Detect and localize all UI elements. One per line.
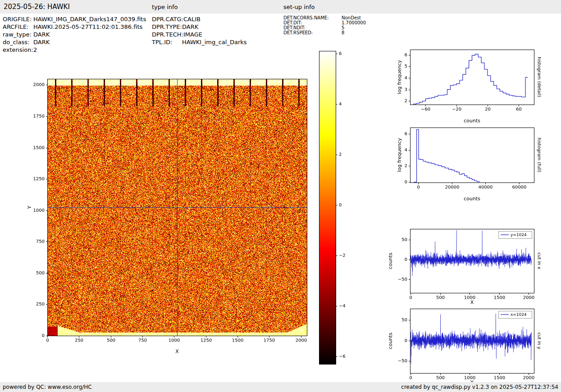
metadata-value: 8 (342, 30, 344, 35)
cut-in-y-plot (385, 302, 561, 387)
colorbar (315, 47, 360, 369)
metadata-label: ORIGFILE: (3, 15, 33, 23)
type-info-panel: DPR.CATG:CALIBDPR.TYPE:DARKDPR.TECH:IMAG… (152, 15, 247, 46)
metadata-value: CALIB (183, 15, 201, 23)
footer-left-text: powered by QC: www.eso.org/HC (3, 384, 92, 390)
metadata-value: 5 (342, 25, 344, 30)
metadata-label: DET.NDIT: (283, 25, 342, 30)
cut-in-x-plot (385, 222, 561, 305)
metadata-label: DPR.CATG: (152, 15, 183, 23)
histogram-full-plot (385, 121, 561, 203)
metadata-value: NonDest (342, 15, 361, 20)
metadata-row: DET.RSPEED:8 (283, 30, 366, 35)
metadata-row: ARCFILE:HAWKI.2025-05-27T11:02:01.386.fi… (3, 23, 146, 31)
metadata-value: DARK (33, 31, 50, 38)
metadata-label: raw_type: (3, 31, 33, 38)
raw-image-plot (18, 45, 315, 360)
metadata-label: DPR.TECH: (152, 31, 183, 38)
footer-bar: powered by QC: www.eso.org/HC created by… (0, 382, 561, 392)
metadata-value: HAWKI_IMG_DARK_Darks147_0039.fits (33, 15, 146, 23)
footer-right-text: created by qc_rawdisp.py v1.2.3 on 2025-… (401, 384, 558, 390)
header-bar (0, 0, 561, 14)
metadata-label: DET.RSPEED: (283, 30, 342, 35)
metadata-row: DET.NCORRS.NAME:NonDest (283, 15, 366, 20)
metadata-label: ARCFILE: (3, 23, 33, 31)
metadata-row: DPR.TYPE:DARK (152, 23, 247, 31)
metadata-row: DPR.CATG:CALIB (152, 15, 247, 23)
metadata-row: DET.DIT:1.7000000 (283, 20, 366, 25)
page-title: 2025-05-26: HAWKI (4, 3, 70, 11)
metadata-value: HAWKI.2025-05-27T11:02:01.386.fits (33, 23, 142, 31)
metadata-value: IMAGE (183, 31, 202, 38)
type-info-label: type info (152, 4, 178, 10)
metadata-label: DET.DIT: (283, 20, 342, 25)
metadata-value: 1.7000000 (342, 20, 366, 25)
metadata-row: DPR.TECH:IMAGE (152, 31, 247, 38)
metadata-row: ORIGFILE:HAWKI_IMG_DARK_Darks147_0039.fi… (3, 15, 146, 23)
metadata-row: DET.NDIT:5 (283, 25, 366, 30)
histogram-detail-plot (385, 43, 561, 125)
setup-info-panel: DET.NCORRS.NAME:NonDestDET.DIT:1.7000000… (283, 15, 366, 35)
metadata-row: raw_type:DARK (3, 31, 146, 38)
metadata-value: DARK (182, 23, 198, 31)
metadata-label: DET.NCORRS.NAME: (283, 15, 342, 20)
metadata-label: DPR.TYPE: (152, 23, 182, 31)
setup-info-label: set-up info (283, 4, 315, 10)
